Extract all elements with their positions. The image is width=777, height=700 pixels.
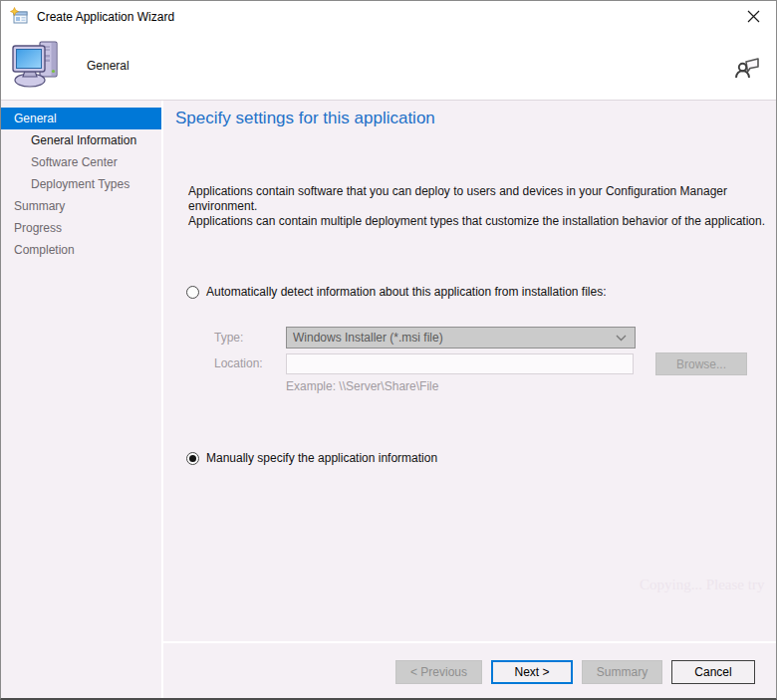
wizard-steps-sidebar: General General Information Software Cen… <box>1 101 161 698</box>
close-button[interactable] <box>731 1 776 32</box>
location-input[interactable] <box>286 353 634 374</box>
browse-button[interactable]: Browse... <box>655 352 747 375</box>
sidebar-item-progress[interactable]: Progress <box>1 217 161 239</box>
page-title: Specify settings for this application <box>175 109 435 128</box>
close-icon <box>747 10 760 23</box>
location-label: Location: <box>214 356 263 370</box>
type-dropdown[interactable]: Windows Installer (*.msi file) <box>286 327 636 349</box>
content-area: Specify settings for this application Ap… <box>163 101 776 641</box>
manual-specify-radio[interactable] <box>186 452 199 465</box>
description-text: Applications contain software that you c… <box>188 184 766 229</box>
sidebar-item-summary[interactable]: Summary <box>1 195 161 217</box>
header-step-title: General <box>87 59 130 73</box>
radio-row-auto-detect: Automatically detect information about t… <box>186 285 607 299</box>
description-line-1: Applications contain software that you c… <box>188 184 727 213</box>
summary-button[interactable]: Summary <box>582 660 662 684</box>
description-line-2: Applications can contain multiple deploy… <box>188 214 765 228</box>
computer-icon <box>11 38 63 94</box>
next-button[interactable]: Next > <box>491 660 573 684</box>
sidebar-item-general-information[interactable]: General Information <box>1 129 161 151</box>
create-application-wizard-window: Create Application Wizard <box>0 0 777 700</box>
type-dropdown-value: Windows Installer (*.msi file) <box>293 331 616 345</box>
radio-row-manual: Manually specify the application informa… <box>186 451 437 465</box>
auto-detect-radio-label[interactable]: Automatically detect information about t… <box>206 285 607 299</box>
window-title: Create Application Wizard <box>37 10 731 24</box>
previous-button[interactable]: < Previous <box>395 660 482 684</box>
sidebar-item-completion[interactable]: Completion <box>1 239 161 261</box>
cancel-button[interactable]: Cancel <box>671 660 755 684</box>
chevron-down-icon <box>616 335 627 342</box>
copying-watermark: Copying... Please try <box>640 577 764 593</box>
auto-detect-radio[interactable] <box>186 286 199 299</box>
person-flag-icon <box>734 54 761 85</box>
sidebar-item-software-center[interactable]: Software Center <box>1 151 161 173</box>
footer-button-bar: < Previous Next > Summary Cancel <box>163 643 776 698</box>
wizard-header: General <box>1 32 776 101</box>
manual-specify-radio-label[interactable]: Manually specify the application informa… <box>206 451 437 465</box>
type-label: Type: <box>214 331 243 345</box>
sidebar-item-general[interactable]: General <box>1 108 161 129</box>
sidebar-item-deployment-types[interactable]: Deployment Types <box>1 173 161 195</box>
titlebar: Create Application Wizard <box>1 1 776 32</box>
location-example-text: Example: \\Server\Share\File <box>286 379 438 393</box>
wizard-body: General General Information Software Cen… <box>1 101 776 698</box>
wizard-window-icon <box>10 7 29 26</box>
main-panel: Specify settings for this application Ap… <box>163 101 776 698</box>
